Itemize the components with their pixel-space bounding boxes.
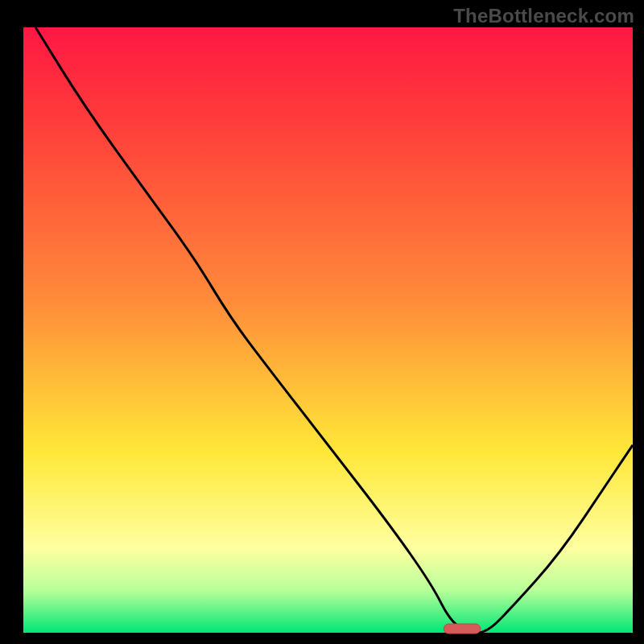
bottleneck-chart: [0, 0, 644, 644]
optimal-marker: [444, 624, 480, 634]
plot-area: [23, 27, 633, 633]
watermark-text: TheBottleneck.com: [453, 5, 634, 27]
chart-container: TheBottleneck.com: [0, 0, 644, 644]
